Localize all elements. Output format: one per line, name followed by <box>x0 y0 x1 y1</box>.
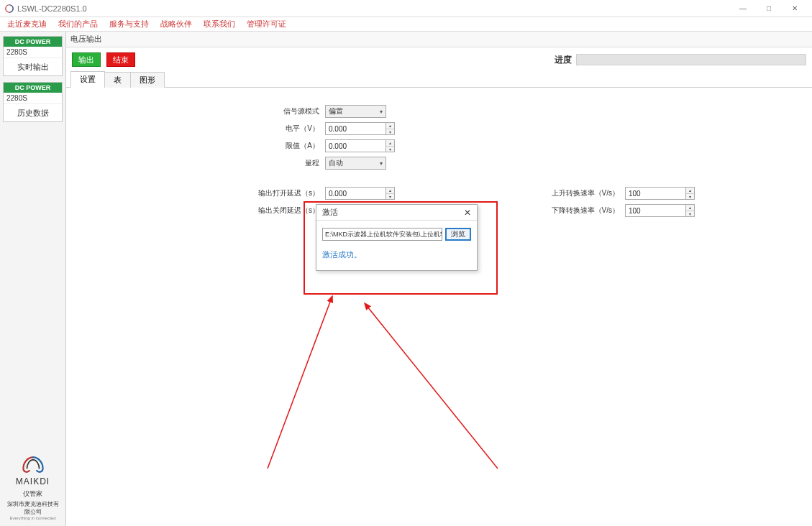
subtabs: 设置 表 图形 <box>66 72 812 88</box>
annotation-arrow-icon <box>354 296 512 476</box>
chevron-down-icon: ▾ <box>380 160 383 167</box>
level-spinner[interactable]: ▴▾ <box>386 122 395 135</box>
dialog-title: 激活 <box>322 207 338 218</box>
rise-rate-label: 上升转换速率（V/s） <box>395 188 625 198</box>
sidebar: DC POWER 2280S 实时输出 DC POWER 2280S 历史数据 … <box>0 32 66 526</box>
open-delay-input[interactable]: 0.000 <box>325 187 386 200</box>
progress-label: 进度 <box>555 54 572 66</box>
panel-label: 历史数据 <box>4 104 62 121</box>
content-area: 电压输出 输出 结束 进度 设置 表 图形 信号源模式 偏置 ▾ <box>66 32 812 526</box>
dialog-status-text: 激活成功。 <box>322 249 471 260</box>
window-controls: — □ ✕ <box>730 1 808 17</box>
menu-about[interactable]: 走近麦克迪 <box>3 19 51 29</box>
dialog-close-button[interactable]: ✕ <box>464 208 471 218</box>
svg-line-1 <box>268 296 332 469</box>
content-top-tab: 电压输出 <box>66 32 812 47</box>
settings-form: 信号源模式 偏置 ▾ 电平（V） 0.000 ▴▾ 限值（A） 0.000 ▴▾… <box>66 88 812 526</box>
dialog-browse-button[interactable]: 浏览 <box>445 228 471 241</box>
panel-model: 2280S <box>4 47 62 58</box>
menu-partners[interactable]: 战略伙伴 <box>156 19 196 29</box>
window-minimize-button[interactable]: — <box>730 1 756 17</box>
window-maximize-button[interactable]: □ <box>756 1 782 17</box>
panel-model: 2280S <box>4 93 62 104</box>
range-label: 量程 <box>81 158 325 168</box>
panel-header: DC POWER <box>4 83 62 93</box>
brand-name: MAIKDI <box>4 476 61 486</box>
output-button[interactable]: 输出 <box>72 52 101 67</box>
panel-label: 实时输出 <box>4 58 62 75</box>
brand-tagline: Everything in connected <box>4 516 61 520</box>
brand-company: 深圳市麦克迪科技有限公司 <box>4 500 61 516</box>
window-titlebar: LSWL-DC2280S1.0 — □ ✕ <box>0 0 812 17</box>
menu-products[interactable]: 我们的产品 <box>54 19 102 29</box>
sidebar-panel-history[interactable]: DC POWER 2280S 历史数据 <box>3 82 63 122</box>
open-delay-label: 输出打开延迟（s） <box>81 188 325 198</box>
window-title: LSWL-DC2280S1.0 <box>17 4 730 13</box>
fall-rate-input[interactable]: 100 <box>625 204 686 217</box>
level-input[interactable]: 0.000 <box>325 122 386 135</box>
subtab-table[interactable]: 表 <box>104 72 131 88</box>
subtab-graph[interactable]: 图形 <box>130 72 165 88</box>
open-delay-spinner[interactable]: ▴▾ <box>386 187 395 200</box>
signal-mode-label: 信号源模式 <box>81 106 325 116</box>
chevron-down-icon: ▾ <box>380 109 383 115</box>
range-select[interactable]: 自动 ▾ <box>325 157 386 170</box>
brand-subtitle: 仪管家 <box>4 489 61 499</box>
close-delay-label: 输出关闭延迟（s） <box>81 206 325 216</box>
rise-rate-spinner[interactable]: ▴▾ <box>686 187 695 200</box>
limit-input[interactable]: 0.000 <box>325 139 386 152</box>
limit-spinner[interactable]: ▴▾ <box>386 139 395 152</box>
menu-support[interactable]: 服务与支持 <box>105 19 153 29</box>
subtab-settings[interactable]: 设置 <box>70 71 105 88</box>
menu-license[interactable]: 管理许可证 <box>242 19 291 29</box>
sidebar-panel-realtime[interactable]: DC POWER 2280S 实时输出 <box>3 36 63 76</box>
menu-contact[interactable]: 联系我们 <box>199 19 240 29</box>
signal-mode-select[interactable]: 偏置 ▾ <box>325 105 386 118</box>
brand-block: MAIKDI 仪管家 深圳市麦克迪科技有限公司 Everything in co… <box>3 453 63 522</box>
fall-rate-spinner[interactable]: ▴▾ <box>686 204 695 217</box>
level-label: 电平（V） <box>81 124 325 134</box>
menubar: 走近麦克迪 我们的产品 服务与支持 战略伙伴 联系我们 管理许可证 <box>0 17 812 32</box>
limit-label: 限值（A） <box>81 141 325 151</box>
progress-bar <box>576 54 806 65</box>
tab-voltage-output[interactable]: 电压输出 <box>70 34 102 45</box>
end-button[interactable]: 结束 <box>106 52 135 67</box>
app-icon <box>4 4 14 14</box>
panel-header: DC POWER <box>4 37 62 47</box>
toolbar: 输出 结束 进度 <box>66 47 812 72</box>
activate-dialog: 激活 ✕ E:\MKD示波器上位机软件安装包\上位机软件安装文 浏览 激活成功。 <box>316 204 478 271</box>
rise-rate-input[interactable]: 100 <box>625 187 686 200</box>
dialog-path-input[interactable]: E:\MKD示波器上位机软件安装包\上位机软件安装文 <box>322 228 442 241</box>
window-close-button[interactable]: ✕ <box>782 1 808 17</box>
annotation-arrow-icon <box>260 289 347 476</box>
svg-line-2 <box>365 303 498 469</box>
brand-logo-icon <box>21 455 45 475</box>
